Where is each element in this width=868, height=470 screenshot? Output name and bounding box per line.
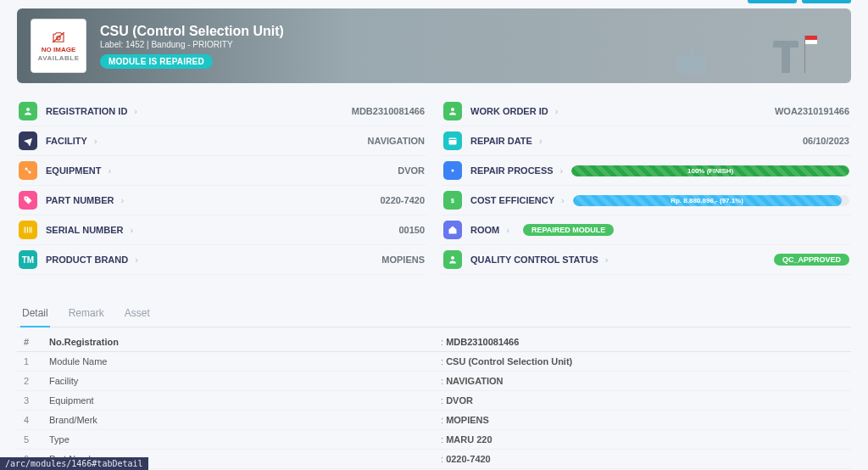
status-badge: MODULE IS REPAIRED [100, 54, 213, 69]
tab-asset[interactable]: Asset [123, 300, 152, 327]
svg-rect-7 [449, 138, 457, 145]
page-header: NO IMAGE AVAILABLE CSU (Control Selectio… [17, 8, 851, 83]
info-value: 00150 [398, 225, 425, 235]
chevron-right-icon: › [605, 255, 609, 265]
info-row[interactable]: SERIAL NUMBER›00150 [17, 215, 426, 245]
chevron-right-icon: › [94, 136, 97, 146]
svg-point-8 [452, 170, 454, 172]
info-row[interactable]: REGISTRATION ID›MDB2310081466 [17, 97, 426, 126]
info-right-column: WORK ORDER ID›WOA2310191466REPAIR DATE›0… [442, 97, 851, 275]
tag-icon [19, 191, 37, 210]
col-key: No.Registration [42, 333, 434, 352]
table-row: 1Module NameCSU (Control Selection Unit) [17, 352, 851, 372]
info-row[interactable]: ROOM›REPAIRED MODULE [442, 215, 851, 245]
table-row: 2FacilityNAVIGATION [17, 372, 851, 391]
user-icon [443, 250, 462, 269]
tab-detail[interactable]: Detail [20, 300, 50, 327]
info-row[interactable]: FACILITY›NAVIGATION [17, 126, 426, 156]
user-icon [443, 102, 462, 120]
info-value: 0220-7420 [380, 195, 425, 205]
info-row[interactable]: TMPRODUCT BRAND›MOPIENS [17, 245, 426, 275]
tab-remark[interactable]: Remark [67, 300, 106, 327]
chevron-right-icon: › [130, 225, 133, 235]
info-label: ROOM [470, 225, 499, 235]
dollar-icon: $ [443, 191, 462, 210]
page-subtitle: Label: 1452 | Bandung - PRIORITY [100, 40, 284, 49]
chevron-right-icon: › [134, 106, 137, 116]
info-value: NAVIGATION [368, 136, 425, 146]
info-row[interactable]: REPAIR DATE›06/10/2023 [442, 126, 851, 156]
detail-table: #No.RegistrationMDB2310081466 1Module Na… [17, 333, 851, 470]
table-row: 5TypeMARU 220 [17, 430, 851, 450]
no-image-placeholder: NO IMAGE AVAILABLE [31, 19, 86, 73]
gear-icon [443, 161, 462, 180]
svg-point-6 [451, 108, 454, 111]
chevron-right-icon: › [120, 195, 124, 205]
svg-point-5 [25, 198, 27, 199]
tabs: DetailRemarkAsset [17, 300, 851, 327]
col-value: MDB2310081466 [434, 333, 851, 352]
chevron-right-icon: › [135, 255, 138, 265]
info-label: QUALITY CONTROL STATUS [470, 255, 598, 265]
home-icon [443, 221, 462, 239]
calendar-icon [443, 131, 462, 150]
svg-text:$: $ [451, 198, 454, 204]
info-value: MOPIENS [381, 255, 425, 265]
svg-point-2 [26, 108, 30, 111]
barcode-icon [19, 221, 37, 239]
info-row[interactable]: PART NUMBER›0220-7420 [17, 186, 426, 215]
info-value: DVOR [398, 165, 425, 176]
info-row[interactable]: WORK ORDER ID›WOA2310191466 [442, 97, 851, 126]
chevron-right-icon: › [539, 136, 542, 146]
table-row: 4Brand/MerkMOPIENS [17, 411, 851, 430]
page-title: CSU (Control Selection Unit) [100, 24, 284, 39]
progress-bar: 100% (FINISH) [571, 165, 849, 176]
info-label: WORK ORDER ID [470, 106, 548, 116]
info-label: REGISTRATION ID [46, 106, 127, 116]
plane-icon [19, 131, 37, 150]
info-label: PRODUCT BRAND [46, 255, 128, 265]
status-pill: QC_APPROVED [774, 254, 849, 266]
info-label: REPAIR DATE [470, 136, 532, 146]
info-value: MDB2310081466 [352, 106, 425, 116]
col-index: # [17, 333, 42, 352]
chevron-right-icon: › [561, 195, 565, 205]
info-value: 06/10/2023 [803, 136, 849, 146]
info-label: COST EFFICIENCY [470, 195, 554, 205]
link-icon [19, 161, 37, 180]
info-left-column: REGISTRATION ID›MDB2310081466FACILITY›NA… [17, 97, 426, 275]
svg-point-10 [451, 256, 454, 260]
info-label: REPAIR PROCESS [470, 165, 554, 176]
chevron-right-icon: › [108, 165, 111, 176]
progress-bar: Rp. 8.880.896,- (97.1%) [573, 195, 849, 206]
camera-off-icon [47, 30, 70, 45]
chevron-right-icon: › [506, 225, 509, 235]
table-row: 3EquipmentDVOR [17, 391, 851, 411]
info-label: FACILITY [46, 136, 87, 146]
user-icon [19, 102, 37, 120]
info-row[interactable]: $COST EFFICIENCY›Rp. 8.880.896,- (97.1%) [442, 186, 851, 215]
status-bar-url: /arc/modules/1466#tabDetail [0, 457, 148, 470]
status-pill: REPAIRED MODULE [523, 224, 614, 236]
info-row[interactable]: EQUIPMENT›DVOR [17, 156, 426, 186]
tm-icon: TM [19, 250, 37, 269]
info-label: PART NUMBER [46, 195, 114, 205]
info-label: EQUIPMENT [46, 165, 101, 176]
chevron-right-icon: › [560, 165, 564, 176]
info-row[interactable]: QUALITY CONTROL STATUS›QC_APPROVED [442, 245, 851, 275]
info-row[interactable]: REPAIR PROCESS›100% (FINISH) [442, 156, 851, 186]
info-label: SERIAL NUMBER [46, 225, 123, 235]
chevron-right-icon: › [555, 106, 559, 116]
info-value: WOA2310191466 [775, 106, 849, 116]
